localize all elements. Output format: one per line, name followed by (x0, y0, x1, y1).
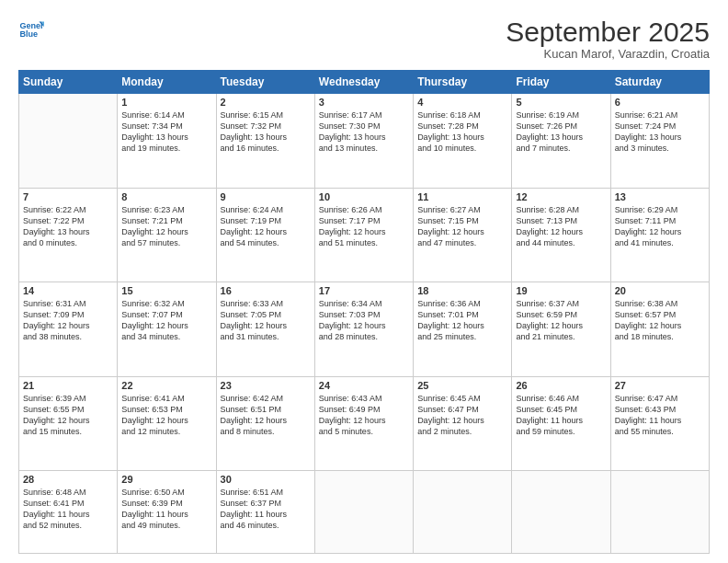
day-number: 8 (121, 191, 211, 202)
table-row: 5Sunrise: 6:19 AMSunset: 7:26 PMDaylight… (512, 94, 610, 189)
day-info: Sunrise: 6:33 AMSunset: 7:05 PMDaylight:… (221, 298, 311, 343)
header-sunday: Sunday (19, 71, 118, 94)
day-number: 23 (221, 380, 311, 391)
day-number: 19 (516, 285, 606, 296)
logo-icon: General Blue (18, 17, 44, 42)
table-row: 9Sunrise: 6:24 AMSunset: 7:19 PMDaylight… (216, 188, 314, 282)
table-row: 19Sunrise: 6:37 AMSunset: 6:59 PMDayligh… (512, 282, 610, 377)
day-info: Sunrise: 6:34 AMSunset: 7:03 PMDaylight:… (319, 298, 409, 343)
day-info: Sunrise: 6:26 AMSunset: 7:17 PMDaylight:… (319, 204, 409, 249)
day-number: 30 (221, 474, 311, 485)
day-number: 22 (121, 380, 211, 391)
day-info: Sunrise: 6:27 AMSunset: 7:15 PMDaylight:… (417, 204, 507, 249)
day-number: 14 (23, 285, 113, 296)
day-number: 15 (121, 285, 211, 296)
table-row: 17Sunrise: 6:34 AMSunset: 7:03 PMDayligh… (314, 282, 413, 377)
day-number: 11 (417, 191, 507, 202)
day-number: 25 (417, 380, 507, 391)
table-row: 26Sunrise: 6:46 AMSunset: 6:45 PMDayligh… (512, 376, 610, 471)
table-row: 27Sunrise: 6:47 AMSunset: 6:43 PMDayligh… (610, 376, 709, 471)
header-thursday: Thursday (414, 71, 512, 94)
location: Kucan Marof, Varazdin, Croatia (506, 47, 710, 61)
calendar-table: Sunday Monday Tuesday Wednesday Thursday… (18, 70, 710, 554)
page-header: General Blue September 2025 Kucan Marof,… (18, 17, 710, 61)
calendar-header-row: Sunday Monday Tuesday Wednesday Thursday… (19, 71, 710, 94)
day-info: Sunrise: 6:18 AMSunset: 7:28 PMDaylight:… (417, 109, 507, 155)
day-info: Sunrise: 6:41 AMSunset: 6:53 PMDaylight:… (121, 393, 211, 438)
day-info: Sunrise: 6:15 AMSunset: 7:32 PMDaylight:… (221, 109, 311, 155)
table-row: 24Sunrise: 6:43 AMSunset: 6:49 PMDayligh… (314, 376, 413, 471)
day-info: Sunrise: 6:29 AMSunset: 7:11 PMDaylight:… (615, 204, 705, 249)
day-number: 24 (319, 380, 409, 391)
title-block: September 2025 Kucan Marof, Varazdin, Cr… (506, 17, 710, 61)
day-number: 13 (615, 191, 705, 202)
day-number: 16 (221, 285, 311, 296)
logo: General Blue (18, 17, 44, 42)
table-row: 25Sunrise: 6:45 AMSunset: 6:47 PMDayligh… (414, 376, 512, 471)
day-number: 17 (319, 285, 409, 296)
table-row (314, 471, 413, 554)
table-row (19, 94, 118, 189)
day-number: 27 (615, 380, 705, 391)
day-info: Sunrise: 6:43 AMSunset: 6:49 PMDaylight:… (319, 393, 409, 438)
table-row: 1Sunrise: 6:14 AMSunset: 7:34 PMDaylight… (118, 94, 216, 189)
day-number: 21 (23, 380, 113, 391)
table-row: 13Sunrise: 6:29 AMSunset: 7:11 PMDayligh… (610, 188, 709, 282)
day-info: Sunrise: 6:48 AMSunset: 6:41 PMDaylight:… (23, 487, 113, 532)
day-info: Sunrise: 6:22 AMSunset: 7:22 PMDaylight:… (23, 204, 113, 249)
day-number: 12 (516, 191, 606, 202)
header-friday: Friday (512, 71, 610, 94)
table-row: 4Sunrise: 6:18 AMSunset: 7:28 PMDaylight… (414, 94, 512, 189)
day-number: 26 (516, 380, 606, 391)
table-row: 10Sunrise: 6:26 AMSunset: 7:17 PMDayligh… (314, 188, 413, 282)
header-tuesday: Tuesday (216, 71, 314, 94)
table-row: 14Sunrise: 6:31 AMSunset: 7:09 PMDayligh… (19, 282, 118, 377)
header-wednesday: Wednesday (314, 71, 413, 94)
table-row: 8Sunrise: 6:23 AMSunset: 7:21 PMDaylight… (118, 188, 216, 282)
day-number: 6 (615, 97, 705, 108)
day-info: Sunrise: 6:21 AMSunset: 7:24 PMDaylight:… (615, 109, 705, 155)
table-row: 7Sunrise: 6:22 AMSunset: 7:22 PMDaylight… (19, 188, 118, 282)
day-number: 1 (121, 97, 211, 108)
day-info: Sunrise: 6:47 AMSunset: 6:43 PMDaylight:… (615, 393, 705, 438)
day-number: 2 (221, 97, 311, 108)
day-number: 9 (221, 191, 311, 202)
day-info: Sunrise: 6:28 AMSunset: 7:13 PMDaylight:… (516, 204, 606, 249)
day-info: Sunrise: 6:19 AMSunset: 7:26 PMDaylight:… (516, 109, 606, 155)
table-row: 6Sunrise: 6:21 AMSunset: 7:24 PMDaylight… (610, 94, 709, 189)
day-number: 18 (417, 285, 507, 296)
table-row: 23Sunrise: 6:42 AMSunset: 6:51 PMDayligh… (216, 376, 314, 471)
day-info: Sunrise: 6:37 AMSunset: 6:59 PMDaylight:… (516, 298, 606, 343)
table-row: 11Sunrise: 6:27 AMSunset: 7:15 PMDayligh… (414, 188, 512, 282)
table-row: 22Sunrise: 6:41 AMSunset: 6:53 PMDayligh… (118, 376, 216, 471)
table-row (610, 471, 709, 554)
month-title: September 2025 (506, 17, 710, 47)
header-monday: Monday (118, 71, 216, 94)
day-info: Sunrise: 6:23 AMSunset: 7:21 PMDaylight:… (121, 204, 211, 249)
day-number: 5 (516, 97, 606, 108)
day-info: Sunrise: 6:36 AMSunset: 7:01 PMDaylight:… (417, 298, 507, 343)
day-info: Sunrise: 6:32 AMSunset: 7:07 PMDaylight:… (121, 298, 211, 343)
table-row: 30Sunrise: 6:51 AMSunset: 6:37 PMDayligh… (216, 471, 314, 554)
day-number: 4 (417, 97, 507, 108)
day-number: 29 (121, 474, 211, 485)
day-info: Sunrise: 6:38 AMSunset: 6:57 PMDaylight:… (615, 298, 705, 343)
table-row: 20Sunrise: 6:38 AMSunset: 6:57 PMDayligh… (610, 282, 709, 377)
day-info: Sunrise: 6:45 AMSunset: 6:47 PMDaylight:… (417, 393, 507, 438)
day-info: Sunrise: 6:17 AMSunset: 7:30 PMDaylight:… (319, 109, 409, 155)
day-info: Sunrise: 6:51 AMSunset: 6:37 PMDaylight:… (221, 487, 311, 532)
day-info: Sunrise: 6:46 AMSunset: 6:45 PMDaylight:… (516, 393, 606, 438)
day-number: 7 (23, 191, 113, 202)
day-number: 3 (319, 97, 409, 108)
table-row: 15Sunrise: 6:32 AMSunset: 7:07 PMDayligh… (118, 282, 216, 377)
day-info: Sunrise: 6:39 AMSunset: 6:55 PMDaylight:… (23, 393, 113, 438)
table-row: 12Sunrise: 6:28 AMSunset: 7:13 PMDayligh… (512, 188, 610, 282)
table-row: 16Sunrise: 6:33 AMSunset: 7:05 PMDayligh… (216, 282, 314, 377)
table-row: 21Sunrise: 6:39 AMSunset: 6:55 PMDayligh… (19, 376, 118, 471)
day-info: Sunrise: 6:31 AMSunset: 7:09 PMDaylight:… (23, 298, 113, 343)
table-row (512, 471, 610, 554)
table-row (414, 471, 512, 554)
table-row: 18Sunrise: 6:36 AMSunset: 7:01 PMDayligh… (414, 282, 512, 377)
svg-text:Blue: Blue (19, 29, 38, 39)
day-number: 20 (615, 285, 705, 296)
